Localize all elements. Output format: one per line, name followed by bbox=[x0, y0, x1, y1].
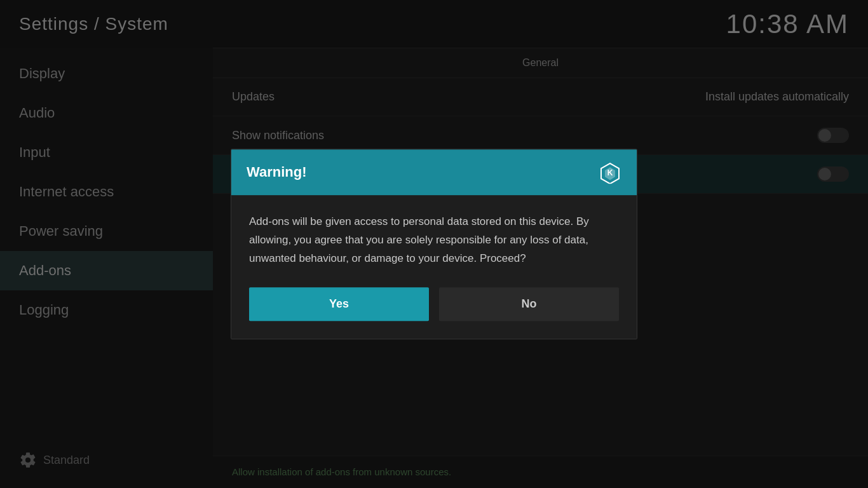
dialog-message: Add-ons will be given access to personal… bbox=[249, 215, 589, 264]
dialog-header: Warning! K bbox=[231, 149, 637, 195]
warning-dialog: Warning! K Add-ons will be given access … bbox=[231, 149, 637, 339]
no-button[interactable]: No bbox=[439, 287, 619, 321]
dialog-buttons: Yes No bbox=[231, 281, 637, 339]
kodi-logo-icon: K bbox=[599, 161, 621, 184]
dialog-body: Add-ons will be given access to personal… bbox=[231, 195, 637, 281]
svg-text:K: K bbox=[607, 168, 613, 177]
yes-button[interactable]: Yes bbox=[249, 287, 429, 321]
dialog-title: Warning! bbox=[247, 164, 307, 180]
